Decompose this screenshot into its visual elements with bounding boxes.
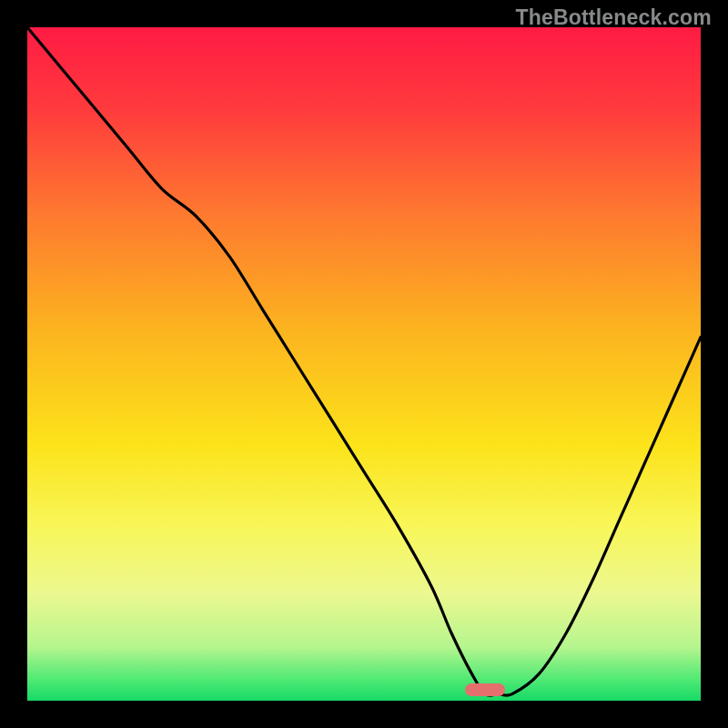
optimal-point-marker bbox=[465, 683, 505, 696]
watermark-text: TheBottleneck.com bbox=[515, 5, 712, 30]
chart-frame: TheBottleneck.com bbox=[0, 0, 728, 728]
heat-gradient-background bbox=[27, 27, 701, 701]
plot-area bbox=[27, 27, 701, 701]
